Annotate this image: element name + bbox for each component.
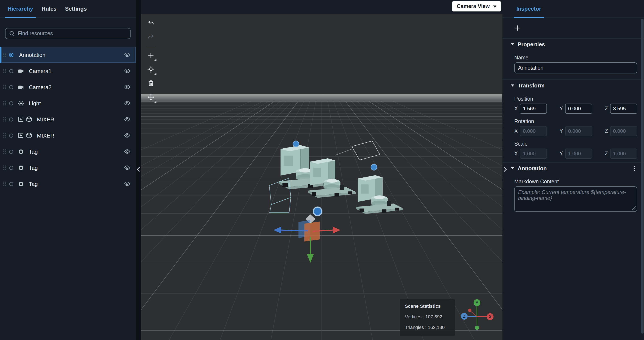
drag-handle-icon[interactable]	[2, 100, 7, 107]
eye-icon[interactable]	[124, 164, 130, 171]
radio-icon[interactable]	[8, 100, 14, 106]
radio-icon[interactable]	[8, 68, 14, 74]
delete-button[interactable]	[146, 78, 156, 88]
eye-icon[interactable]	[124, 132, 130, 139]
eye-icon[interactable]	[124, 116, 130, 123]
eye-icon[interactable]	[124, 84, 130, 90]
redo-button[interactable]	[146, 32, 156, 42]
cube-icon	[26, 132, 33, 139]
drag-handle-icon[interactable]	[2, 68, 7, 74]
drag-handle-icon[interactable]	[2, 148, 7, 155]
position-row: X Y Z	[502, 102, 644, 114]
markdown-textarea-wrap	[514, 186, 637, 212]
drag-handle-icon[interactable]	[2, 84, 7, 90]
scrollbar-thumb[interactable]	[641, 19, 644, 334]
tree-row-light[interactable]: Light	[0, 95, 136, 111]
eye-icon[interactable]	[124, 100, 130, 107]
position-x-input[interactable]	[520, 104, 547, 114]
radio-icon[interactable]	[8, 181, 14, 187]
markdown-content-textarea[interactable]	[514, 186, 637, 212]
tree-item-label: MIXER	[37, 116, 124, 122]
section-header-transform[interactable]: Transform	[502, 80, 644, 91]
move-arrows-icon	[147, 93, 155, 101]
drag-handle-icon[interactable]	[2, 132, 7, 139]
radio-icon[interactable]	[8, 84, 14, 90]
radio-selected-icon[interactable]	[8, 52, 14, 58]
axis-neg-x-dot[interactable]	[468, 309, 472, 312]
section-title: Properties	[518, 41, 545, 48]
tab-hierarchy[interactable]: Hierarchy	[4, 0, 37, 18]
y-axis-label: Y	[560, 151, 563, 157]
tree-row-tag[interactable]: Tag	[0, 159, 136, 176]
annotation-marker[interactable]	[371, 164, 377, 170]
tree-row-camera2[interactable]: Camera2	[0, 79, 136, 95]
kebab-menu-icon[interactable]	[631, 165, 637, 172]
pan-tool-button[interactable]	[146, 92, 156, 102]
radio-icon[interactable]	[8, 133, 14, 138]
tree-row-annotation[interactable]: Annotation	[0, 47, 136, 63]
tree-row-mixer[interactable]: MIXER	[0, 127, 136, 143]
x-axis-label: X	[514, 128, 518, 134]
drag-handle-icon[interactable]	[2, 116, 7, 123]
radio-icon[interactable]	[8, 149, 14, 154]
inspector-scrollbar[interactable]	[641, 19, 644, 337]
tree-item-label: Camera2	[29, 84, 124, 90]
annotation-marker[interactable]	[293, 141, 299, 147]
light-icon	[18, 100, 24, 107]
z-axis-label: Z	[605, 151, 608, 157]
search-input[interactable]	[18, 31, 127, 37]
drag-handle-icon[interactable]	[2, 181, 7, 187]
rotation-label: Rotation	[502, 118, 644, 124]
tree-item-label: MIXER	[37, 132, 124, 139]
add-component-button[interactable]	[512, 23, 523, 33]
rotation-x-input	[520, 126, 547, 136]
rotation-z-input	[610, 126, 637, 136]
transform-tool-button[interactable]	[146, 64, 156, 74]
radio-icon[interactable]	[8, 165, 14, 171]
position-z-input[interactable]	[610, 104, 637, 114]
markdown-content-label: Markdown Content	[502, 179, 644, 185]
z-axis-label: Z	[605, 128, 608, 134]
rotation-row: X Y Z	[502, 124, 644, 136]
tree-row-tag[interactable]: Tag	[0, 143, 136, 159]
tag-icon	[18, 148, 24, 155]
axis-neg-y-dot[interactable]	[475, 325, 479, 330]
search-icon	[9, 30, 15, 37]
drag-handle-icon[interactable]	[2, 51, 7, 58]
section-header-properties[interactable]: Properties	[502, 39, 644, 50]
tree-row-camera1[interactable]: Camera1	[0, 63, 136, 79]
collapse-left-icon[interactable]	[136, 166, 140, 172]
tree-item-label: Annotation	[19, 52, 124, 58]
flyout-corner-icon	[154, 101, 156, 103]
left-collapse-strip	[136, 0, 141, 340]
3d-canvas[interactable]: Y Z X	[141, 14, 502, 340]
tree-row-mixer[interactable]: MIXER	[0, 111, 136, 127]
horizon-band	[141, 94, 502, 101]
z-axis-label: Z	[605, 106, 608, 112]
name-field-label: Name	[502, 55, 644, 61]
name-input[interactable]	[514, 62, 637, 73]
section-header-annotation[interactable]: Annotation	[502, 162, 644, 174]
tab-settings[interactable]: Settings	[61, 0, 91, 18]
tree-row-tag[interactable]: Tag	[0, 176, 136, 192]
camera-view-dropdown[interactable]: Camera View	[452, 1, 501, 12]
annotation-marker-selected[interactable]	[313, 207, 322, 216]
section-title: Transform	[518, 82, 544, 89]
position-y-input[interactable]	[565, 104, 592, 114]
eye-icon[interactable]	[124, 51, 130, 58]
eye-icon[interactable]	[124, 181, 130, 187]
undo-button[interactable]	[146, 18, 156, 28]
component-icon	[18, 132, 24, 139]
chevron-down-icon	[493, 5, 496, 8]
y-axis-label: Y	[560, 128, 563, 134]
tree-item-label: Camera1	[29, 68, 124, 74]
add-object-button[interactable]	[146, 50, 156, 60]
radio-icon[interactable]	[8, 116, 14, 122]
tab-inspector[interactable]: Inspector	[512, 0, 546, 18]
eye-icon[interactable]	[124, 68, 130, 74]
drag-handle-icon[interactable]	[2, 164, 7, 171]
3d-scene[interactable]: Y Z X	[141, 14, 502, 340]
collapse-right-icon[interactable]	[503, 166, 508, 172]
tab-rules[interactable]: Rules	[37, 0, 61, 18]
eye-icon[interactable]	[124, 148, 130, 155]
